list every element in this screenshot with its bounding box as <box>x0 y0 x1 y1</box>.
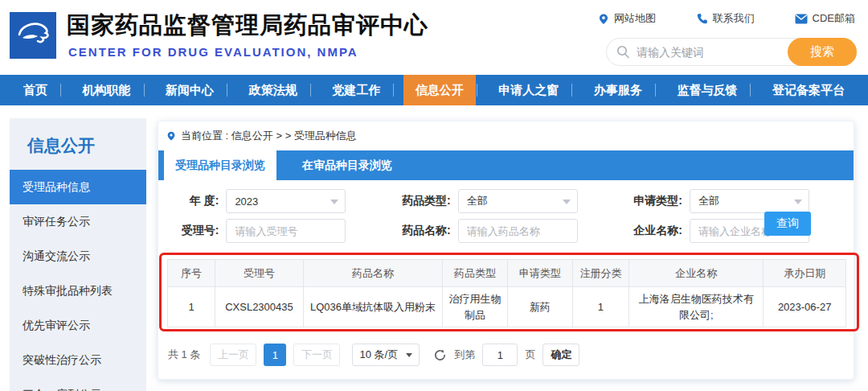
nav-item-policy[interactable]: 政策法规 <box>237 75 309 105</box>
envelope-icon <box>795 14 808 24</box>
caret-down-icon <box>330 200 338 204</box>
nav-item-registration[interactable]: 登记备案平台 <box>760 75 857 105</box>
header-links: 网站地图 联系我们 CDE邮箱 <box>598 11 855 26</box>
sidebar-title: 信息公开 <box>10 118 146 170</box>
site-header: 国家药品监督管理局药品审评中心 CENTER FOR DRUG EVALUATI… <box>0 0 868 75</box>
sidebar-item-review-tasks[interactable]: 审评任务公示 <box>10 204 146 239</box>
search-icon <box>616 45 630 59</box>
accept-no-field <box>226 219 346 243</box>
drug-name-input[interactable] <box>467 225 569 237</box>
sidebar-item-accepted-varieties[interactable]: 受理品种信息 <box>10 170 146 204</box>
sidebar-item-special-approval[interactable]: 特殊审批品种列表 <box>10 274 146 308</box>
site-title: 国家药品监督管理局药品审评中心 <box>67 10 428 42</box>
apply-type-select[interactable]: 全部 <box>690 189 809 213</box>
tab-under-review-catalog[interactable]: 在审品种目录浏览 <box>276 150 418 180</box>
page-size-select[interactable]: 10 条/页 <box>352 344 420 366</box>
drug-type-label: 药品类型: <box>390 194 450 208</box>
prev-page-button[interactable]: 上一页 <box>210 344 256 366</box>
location-pin-icon <box>166 130 176 142</box>
cell-date: 2023-06-27 <box>764 287 846 327</box>
col-header-drug-type: 药品类型 <box>443 260 508 287</box>
drug-type-select-value: 全部 <box>467 194 488 208</box>
caret-down-icon <box>794 200 802 204</box>
nav-item-info-disclosure[interactable]: 信息公开 <box>403 75 476 105</box>
col-header-apply-type: 申请类型 <box>507 260 572 287</box>
pagination: 共 1 条 上一页 1 下一页 10 条/页 到第 页 确定 <box>168 344 579 366</box>
mailbox-link[interactable]: CDE邮箱 <box>795 11 855 26</box>
phone-icon <box>696 13 708 25</box>
page-size-value: 10 条/页 <box>359 348 398 362</box>
total-count: 共 1 条 <box>168 348 200 362</box>
cell-index: 1 <box>168 287 215 327</box>
site-search-bar: 搜索 <box>606 38 857 66</box>
map-pin-icon <box>598 13 609 25</box>
caret-down-icon <box>406 353 412 357</box>
table-header-row: 序号 受理号 药品名称 药品类型 申请类型 注册分类 企业名称 承办日期 <box>168 260 846 287</box>
swan-logo-icon <box>14 17 51 54</box>
drug-name-label: 药品名称: <box>390 224 450 238</box>
cell-accept-no: CXSL2300435 <box>215 287 304 327</box>
mailbox-label: CDE邮箱 <box>813 11 855 26</box>
filter-form: 年 度: 2023 药品类型: 全部 申请类型: 全部 受理号: <box>158 189 854 249</box>
contact-label: 联系我们 <box>713 11 755 26</box>
search-button[interactable]: 搜索 <box>788 38 857 66</box>
caret-down-icon <box>563 200 571 204</box>
table-row: 1 CXSL2300435 LQ036单域抗体吸入用粉末 治疗用生物制品 新药 … <box>168 287 846 327</box>
breadcrumb: 当前位置 : 信息公开 > > 受理品种信息 <box>166 129 357 143</box>
main-nav: 首页 机构职能 新闻中心 政策法规 党建工作 信息公开 申请人之窗 办事服务 监… <box>0 75 868 105</box>
next-page-button[interactable]: 下一页 <box>293 344 340 366</box>
filter-row-1: 年 度: 2023 药品类型: 全部 申请类型: 全部 <box>158 189 854 213</box>
accept-no-input[interactable] <box>235 225 337 237</box>
search-input[interactable] <box>637 46 788 59</box>
drug-name-field <box>458 219 578 243</box>
tab-accepted-catalog[interactable]: 受理品种目录浏览 <box>164 150 276 180</box>
nav-item-home[interactable]: 首页 <box>11 75 59 105</box>
col-header-company: 企业名称 <box>629 260 764 287</box>
cell-reg-class: 1 <box>572 287 629 327</box>
goto-page-input[interactable] <box>482 344 518 366</box>
cell-drug-name: LQ036单域抗体吸入用粉末 <box>303 287 442 327</box>
nav-item-news[interactable]: 新闻中心 <box>154 75 226 105</box>
tab-bar: 受理品种目录浏览 在审品种目录浏览 <box>158 150 854 180</box>
cell-apply-type: 新药 <box>507 287 572 327</box>
col-header-accept-no: 受理号 <box>215 260 304 287</box>
cell-company: 上海洛启生物医药技术有限公司; <box>629 287 764 327</box>
col-header-reg-class: 注册分类 <box>572 260 629 287</box>
page-number-button[interactable]: 1 <box>264 344 286 366</box>
col-header-date: 承办日期 <box>764 260 846 287</box>
year-select-value: 2023 <box>235 196 258 208</box>
filter-row-2: 受理号: 药品名称: 企业名称: <box>158 219 854 243</box>
confirm-button[interactable]: 确定 <box>542 344 579 366</box>
sidebar-item-communication[interactable]: 沟通交流公示 <box>10 239 146 274</box>
year-label: 年 度: <box>158 194 219 208</box>
apply-type-label: 申请类型: <box>622 194 682 208</box>
sitemap-link[interactable]: 网站地图 <box>598 11 656 26</box>
contact-link[interactable]: 联系我们 <box>696 11 755 26</box>
nav-item-party[interactable]: 党建工作 <box>320 75 392 105</box>
sidebar-item-breakthrough-therapy[interactable]: 突破性治疗公示 <box>10 343 146 377</box>
col-header-drug-name: 药品名称 <box>303 260 442 287</box>
year-select[interactable]: 2023 <box>226 189 346 213</box>
query-button[interactable]: 查询 <box>764 212 811 236</box>
accept-no-label: 受理号: <box>158 224 219 238</box>
nav-item-supervision[interactable]: 监督与反馈 <box>665 75 749 105</box>
goto-label: 到第 <box>454 348 475 362</box>
cde-logo <box>10 12 56 59</box>
site-subtitle: CENTER FOR DRUG EVALUATION, NMPA <box>68 45 358 59</box>
nav-item-services[interactable]: 办事服务 <box>582 75 654 105</box>
drug-type-select[interactable]: 全部 <box>458 189 578 213</box>
refresh-icon <box>433 348 447 362</box>
sitemap-label: 网站地图 <box>614 11 656 26</box>
nav-item-functions[interactable]: 机构职能 <box>71 75 143 105</box>
content-panel: 当前位置 : 信息公开 > > 受理品种信息 受理品种目录浏览 在审品种目录浏览… <box>158 121 854 380</box>
cell-drug-type: 治疗用生物制品 <box>443 287 508 327</box>
breadcrumb-text: 当前位置 : 信息公开 > > 受理品种信息 <box>181 129 357 143</box>
apply-type-select-value: 全部 <box>698 194 719 208</box>
sidebar-item-three-in-one[interactable]: 三合一序列公示 <box>10 377 146 391</box>
col-header-index: 序号 <box>168 260 215 287</box>
refresh-button[interactable] <box>433 348 447 362</box>
nav-item-applicant[interactable]: 申请人之窗 <box>486 75 571 105</box>
sidebar-item-priority-review[interactable]: 优先审评公示 <box>10 308 146 343</box>
sidebar: 信息公开 受理品种信息 审评任务公示 沟通交流公示 特殊审批品种列表 优先审评公… <box>10 118 146 391</box>
results-table: 序号 受理号 药品名称 药品类型 申请类型 注册分类 企业名称 承办日期 1 C… <box>167 259 846 327</box>
